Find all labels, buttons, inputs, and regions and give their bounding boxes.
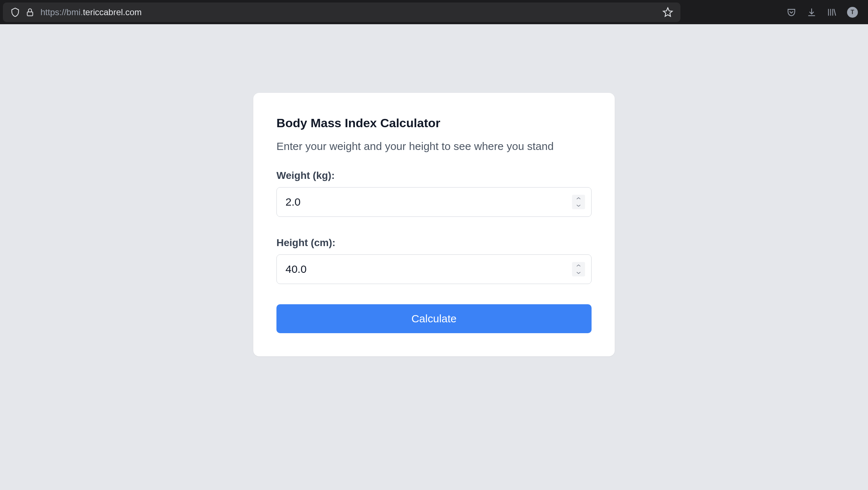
url-prefix: https://bmi. — [40, 7, 83, 17]
svg-rect-0 — [27, 12, 33, 16]
height-form-group: Height (cm): — [276, 237, 592, 284]
bmi-card: Body Mass Index Calculator Enter your we… — [253, 93, 615, 356]
url-text[interactable]: https://bmi.tericcabrel.com — [40, 7, 657, 17]
url-bar-icons — [10, 7, 35, 17]
weight-input[interactable] — [276, 187, 592, 217]
shield-icon[interactable] — [10, 7, 20, 17]
download-icon[interactable] — [807, 7, 817, 17]
height-input[interactable] — [276, 254, 592, 284]
height-stepper-up[interactable] — [572, 262, 585, 269]
weight-label: Weight (kg): — [276, 170, 592, 181]
weight-input-wrapper — [276, 187, 592, 217]
pocket-icon[interactable] — [786, 7, 796, 17]
weight-stepper — [572, 195, 585, 209]
weight-stepper-down[interactable] — [572, 202, 585, 209]
content-area: Body Mass Index Calculator Enter your we… — [0, 24, 868, 490]
card-title: Body Mass Index Calculator — [276, 116, 592, 130]
height-input-wrapper — [276, 254, 592, 284]
browser-chrome: https://bmi.tericcabrel.com — [0, 0, 868, 24]
lock-icon[interactable] — [25, 8, 35, 17]
card-subtitle: Enter your weight and your height to see… — [276, 140, 592, 152]
url-domain: tericcabrel.com — [83, 7, 142, 17]
calculate-button[interactable]: Calculate — [276, 304, 592, 333]
height-stepper — [572, 262, 585, 276]
avatar-letter: T — [851, 9, 854, 16]
height-label: Height (cm): — [276, 237, 592, 249]
weight-form-group: Weight (kg): — [276, 170, 592, 217]
toolbar-icons: T — [779, 7, 865, 18]
avatar[interactable]: T — [847, 7, 858, 18]
library-icon[interactable] — [827, 7, 837, 17]
bookmark-star-icon[interactable] — [662, 7, 673, 18]
weight-stepper-up[interactable] — [572, 195, 585, 202]
url-bar[interactable]: https://bmi.tericcabrel.com — [3, 3, 680, 22]
height-stepper-down[interactable] — [572, 269, 585, 276]
